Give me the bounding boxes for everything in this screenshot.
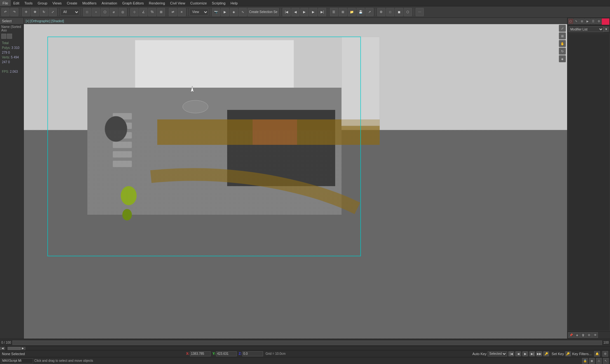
render-button[interactable]: ▶ xyxy=(221,8,229,16)
render-prod-button[interactable]: ◼ xyxy=(395,8,403,16)
undo-button[interactable]: ↶ xyxy=(1,8,10,16)
arc-rotate-button[interactable]: ↻ xyxy=(559,48,566,55)
menu-animation[interactable]: Animation xyxy=(99,0,120,6)
x-input[interactable] xyxy=(190,351,211,356)
menu-views[interactable]: Views xyxy=(50,0,64,6)
timeline-bar[interactable] xyxy=(12,340,602,345)
show-all-icon[interactable]: 👁 xyxy=(592,332,598,338)
menu-modifiers[interactable]: Modifiers xyxy=(80,0,99,6)
circle-select-button[interactable]: ○ xyxy=(92,8,100,16)
pan-button[interactable]: ✋ xyxy=(559,40,566,47)
y-input[interactable] xyxy=(216,351,237,356)
prev-frame-button[interactable]: ◀ xyxy=(291,8,300,16)
ipr-button[interactable]: ⬡ xyxy=(404,8,412,16)
play-button[interactable]: ▶ xyxy=(300,8,308,16)
mirror-button[interactable]: ⇌ xyxy=(169,8,177,16)
motion-panel-icon[interactable]: ▶ xyxy=(585,18,590,24)
set-key-label: Set Key xyxy=(552,352,564,356)
move-tool-button[interactable]: ✥ xyxy=(31,8,39,16)
set-key-button[interactable]: 🔑 xyxy=(565,351,571,356)
more-button[interactable]: ⋯ xyxy=(416,8,424,16)
zoom-all-button[interactable]: ⊞ xyxy=(559,32,566,39)
timeline-range-label: 0 / 100 xyxy=(1,341,11,344)
config-modifier-icon[interactable]: ⚙ xyxy=(586,332,592,338)
key-end-button[interactable]: ▶▶ xyxy=(536,351,542,356)
spinner-snap-button[interactable]: ⊞ xyxy=(157,8,165,16)
lock-icon[interactable]: 🔒 xyxy=(582,358,588,364)
menu-scripting[interactable]: Scripting xyxy=(209,0,228,6)
lasso-select-button[interactable]: ⌀ xyxy=(110,8,118,16)
key-next-button[interactable]: ▶| xyxy=(529,351,535,356)
next-key-button[interactable]: ▶| xyxy=(318,8,326,16)
sep1 xyxy=(20,8,20,16)
unique-icon[interactable]: ◈ xyxy=(574,332,580,338)
pin-stack-icon[interactable]: 📌 xyxy=(568,332,574,338)
scene-background xyxy=(24,18,567,339)
menu-help[interactable]: Help xyxy=(228,0,241,6)
create-selection-button[interactable]: Create Selection Se xyxy=(247,8,279,16)
isolate-icon[interactable]: ◉ xyxy=(589,358,595,364)
menu-customize[interactable]: Customize xyxy=(188,0,209,6)
next-frame-button[interactable]: ▶ xyxy=(309,8,317,16)
select-tool-button[interactable]: ✛ xyxy=(22,8,30,16)
create-panel-icon[interactable]: ⬡ xyxy=(568,18,573,24)
menu-tools[interactable]: Tools xyxy=(22,0,35,6)
menu-create[interactable]: Create xyxy=(64,0,80,6)
scale-tool-button[interactable]: ⤢ xyxy=(49,8,57,16)
hierarchy-panel-icon[interactable]: ⊞ xyxy=(579,18,585,24)
modify-panel-icon[interactable]: ✎ xyxy=(574,18,579,24)
horizontal-scrollbar[interactable]: ◀ ▶ xyxy=(0,346,610,350)
paint-select-button[interactable]: ◎ xyxy=(119,8,127,16)
key-play-button[interactable]: ▶ xyxy=(522,351,528,356)
warning-icon[interactable]: ⚠ xyxy=(596,358,602,364)
zoom-extents-button[interactable]: ⤢ xyxy=(559,25,566,32)
maxscript-input[interactable] xyxy=(1,358,33,363)
material-button[interactable]: ◈ xyxy=(230,8,238,16)
view-dropdown[interactable]: View xyxy=(189,9,208,16)
rotate-tool-button[interactable]: ↻ xyxy=(40,8,48,16)
modifier-list-header: Modifier List ▼ xyxy=(567,26,610,33)
scene-button[interactable]: ⊞ xyxy=(339,8,347,16)
export-button[interactable]: ↗ xyxy=(365,8,374,16)
pct-snap-button[interactable]: % xyxy=(148,8,156,16)
render-frame-button[interactable]: □ xyxy=(386,8,394,16)
menu-graph-editors[interactable]: Graph Editors xyxy=(120,0,146,6)
remove-modifier-icon[interactable]: 🗑 xyxy=(580,332,586,338)
utilities-panel-icon[interactable]: ⚙ xyxy=(596,18,601,24)
field-of-view-button[interactable]: ◈ xyxy=(559,55,566,62)
prev-key-button[interactable]: |◀ xyxy=(282,8,291,16)
align-button[interactable]: ≡ xyxy=(178,8,186,16)
modifier-list-dropdown[interactable]: Modifier List xyxy=(569,26,604,32)
menu-edit[interactable]: Edit xyxy=(11,0,22,6)
box-select-button[interactable]: □ xyxy=(83,8,91,16)
snap-toggle-button[interactable]: ⊹ xyxy=(130,8,139,16)
scroll-left-button[interactable]: ◀ xyxy=(0,347,5,350)
menu-group[interactable]: Group xyxy=(35,0,50,6)
selected-dropdown[interactable]: Selected xyxy=(488,351,507,356)
key-mode-button[interactable]: 🔑 xyxy=(543,351,549,356)
viewport-area[interactable]: [+] [Orthographic] [Shaded] xyxy=(24,18,567,339)
curve-editor-button[interactable]: ∿ xyxy=(239,8,247,16)
key-play-back-button[interactable]: ◀ xyxy=(515,351,521,356)
settings-icon[interactable]: ⚙ xyxy=(602,351,608,357)
redo-button[interactable]: ↷ xyxy=(10,8,18,16)
layer-button[interactable]: ☰ xyxy=(330,8,338,16)
color-swatch[interactable] xyxy=(602,18,609,25)
menu-rendering[interactable]: Rendering xyxy=(146,0,168,6)
save-button[interactable]: 💾 xyxy=(356,8,365,16)
menu-file[interactable]: File xyxy=(0,0,11,6)
render-setup-button[interactable]: ⚙ xyxy=(377,8,385,16)
key-prev-button[interactable]: |◀ xyxy=(508,351,514,356)
modifier-dropdown-arrow[interactable]: ▼ xyxy=(604,27,609,32)
fence-select-button[interactable]: ⬠ xyxy=(101,8,109,16)
filter-dropdown[interactable]: All xyxy=(60,9,79,16)
notification-icon[interactable]: 🔔 xyxy=(594,351,600,357)
menu-civil-view[interactable]: Civil View xyxy=(167,0,187,6)
z-input[interactable] xyxy=(242,351,263,356)
camera-button[interactable]: 📷 xyxy=(212,8,220,16)
open-button[interactable]: 📁 xyxy=(348,8,356,16)
angle-snap-button[interactable]: ∠ xyxy=(139,8,147,16)
display-panel-icon[interactable]: ☰ xyxy=(591,18,596,24)
scroll-thumb[interactable] xyxy=(8,347,20,350)
scroll-right-button[interactable]: ▶ xyxy=(20,347,25,350)
